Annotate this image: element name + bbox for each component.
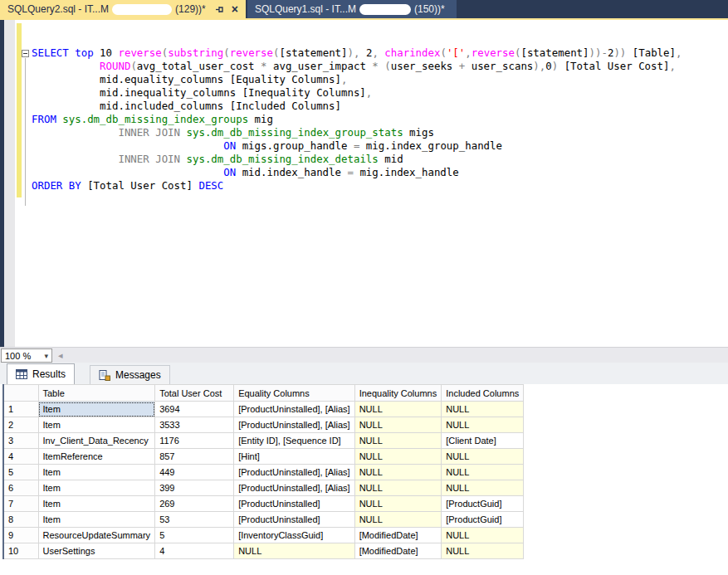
row-number[interactable]: 7 <box>3 496 38 512</box>
row-number[interactable]: 8 <box>3 512 38 528</box>
tab-title-suffix: (129))* <box>175 3 206 15</box>
code-token: substring <box>168 46 223 59</box>
grid-cell[interactable]: NULL <box>442 465 524 480</box>
grid-cell[interactable]: Item <box>38 496 155 512</box>
grid-cell[interactable]: NULL <box>442 480 524 496</box>
grid-cell[interactable]: [ProductUninstalled] <box>234 512 355 528</box>
tab-sqlquery1[interactable]: SQLQuery1.sql - IT...M (150))* <box>247 0 457 18</box>
tab-results[interactable]: Results <box>7 363 75 384</box>
code-token: 10 <box>94 46 119 59</box>
tab-sqlquery2[interactable]: SQLQuery2.sql - IT...M (129))* × <box>0 0 246 18</box>
row-number[interactable]: 1 <box>3 402 38 417</box>
grid-cell[interactable]: 1176 <box>155 433 234 449</box>
tab-messages[interactable]: Messages <box>90 365 170 384</box>
code-token: mid.index_handle <box>236 166 347 178</box>
code-line: ON mid.index_handle = mig.index_handle <box>32 166 682 179</box>
grid-cell[interactable]: NULL <box>354 402 442 417</box>
grid-cell[interactable]: Inv_Client_Data_Recency <box>38 433 155 449</box>
grid-cell[interactable]: 3694 <box>155 402 234 417</box>
grid-cell[interactable]: [ProductGuid] <box>442 512 524 528</box>
grid-cell[interactable]: NULL <box>442 402 524 417</box>
grid-cell[interactable]: ResourceUpdateSummary <box>38 528 155 543</box>
grid-cell[interactable]: NULL <box>442 543 524 559</box>
grid-cell[interactable]: NULL <box>354 512 442 528</box>
grid-cell[interactable]: [ProductUninstalled], [Alias] <box>234 480 355 496</box>
grid-cell[interactable]: 857 <box>155 449 234 465</box>
grid-cell[interactable]: [InventoryClassGuid] <box>234 528 355 543</box>
code-collapse-icon[interactable] <box>22 50 29 57</box>
code-token: avg_total_user_cost <box>137 60 261 72</box>
grid-cell[interactable]: NULL <box>442 449 524 465</box>
grid-cell[interactable]: [Entity ID], [Sequence ID] <box>234 433 355 449</box>
column-header[interactable]: Included Columns <box>442 385 524 402</box>
grid-cell[interactable]: 399 <box>155 480 234 496</box>
grid-cell[interactable]: Item <box>38 480 155 496</box>
column-header[interactable]: Inequality Columns <box>354 385 442 402</box>
grid-cell[interactable]: NULL <box>354 465 442 480</box>
grid-cell[interactable]: Item <box>38 465 155 480</box>
messages-icon <box>99 370 110 381</box>
grid-cell[interactable]: 449 <box>155 465 234 480</box>
editor-hscrollbar[interactable]: 100 % ▾ ◂ <box>0 347 728 363</box>
column-header[interactable]: Total User Cost <box>155 385 234 402</box>
row-number[interactable]: 3 <box>3 433 38 449</box>
grid-cell[interactable]: 53 <box>155 512 234 528</box>
row-number[interactable]: 6 <box>3 480 38 496</box>
row-number[interactable]: 5 <box>3 465 38 480</box>
code-token: mig <box>248 113 273 125</box>
grid-cell[interactable]: Item <box>38 402 155 417</box>
grid-cell[interactable]: NULL <box>354 449 442 465</box>
grid-cell[interactable]: [ProductUninstalled] <box>234 496 355 512</box>
code-token: ( <box>130 60 136 72</box>
grid-cell[interactable]: [ModifiedDate] <box>354 543 442 559</box>
grid-cell[interactable]: [ModifiedDate] <box>354 528 442 543</box>
grid-corner-header[interactable] <box>3 385 38 402</box>
grid-cell[interactable]: [ProductUninstalled], [Alias] <box>234 402 355 417</box>
code-token <box>180 153 186 165</box>
grid-cell[interactable]: Item <box>38 512 155 528</box>
scroll-left-icon[interactable]: ◂ <box>58 350 63 361</box>
code-line <box>32 33 682 46</box>
grid-cell[interactable]: [Client Date] <box>442 433 524 449</box>
grid-cell[interactable]: [ProductUninstalled], [Alias] <box>234 465 355 480</box>
code-token: mid.equality_columns [Equality Columns] <box>100 73 341 85</box>
grid-cell[interactable]: NULL <box>354 480 442 496</box>
grid-cell[interactable]: NULL <box>442 528 524 543</box>
row-number[interactable]: 2 <box>3 417 38 433</box>
code-token: INNER JOIN <box>118 153 180 165</box>
code-token: ), <box>348 46 366 59</box>
editor-gutter <box>4 20 15 347</box>
grid-cell[interactable]: NULL <box>354 417 442 433</box>
grid-cell[interactable]: NULL <box>354 433 442 449</box>
grid-cell[interactable]: 269 <box>155 496 234 512</box>
column-header[interactable]: Table <box>38 385 155 402</box>
code-token: sys.dm_db_missing_index_groups <box>62 113 248 125</box>
grid-cell[interactable]: UserSettings <box>38 543 155 559</box>
grid-header-row: TableTotal User CostEquality ColumnsIneq… <box>3 385 524 402</box>
code-token: user_seeks <box>391 60 459 72</box>
row-number[interactable]: 4 <box>3 449 38 465</box>
code-line: ROUND(avg_total_user_cost * avg_user_imp… <box>32 60 682 73</box>
close-icon[interactable]: × <box>232 4 238 14</box>
grid-cell[interactable]: 5 <box>155 528 234 543</box>
grid-cell[interactable]: Item <box>38 417 155 433</box>
code-token: reverse <box>230 46 273 59</box>
grid-cell[interactable]: 3533 <box>155 417 234 433</box>
sql-editor[interactable]: SELECT top 10 reverse(substring(reverse(… <box>0 20 728 347</box>
code-token: migs.group_handle <box>236 139 354 152</box>
column-header[interactable]: Equality Columns <box>234 385 355 402</box>
code-lines[interactable]: SELECT top 10 reverse(substring(reverse(… <box>32 33 682 192</box>
grid-cell[interactable]: ItemReference <box>38 449 155 465</box>
grid-cell[interactable]: [Hint] <box>234 449 355 465</box>
grid-cell[interactable]: NULL <box>354 496 442 512</box>
grid-cell[interactable]: 4 <box>155 543 234 559</box>
grid-cell[interactable]: [ProductGuid] <box>442 496 524 512</box>
code-token: DESC <box>198 179 223 192</box>
grid-cell[interactable]: [ProductUninstalled], [Alias] <box>234 417 355 433</box>
grid-cell[interactable]: NULL <box>442 417 524 433</box>
grid-cell[interactable]: NULL <box>234 543 355 559</box>
row-number[interactable]: 10 <box>3 543 38 559</box>
zoom-level-dropdown[interactable]: 100 % ▾ <box>1 348 52 363</box>
pin-icon[interactable] <box>214 4 225 15</box>
row-number[interactable]: 9 <box>3 528 38 543</box>
